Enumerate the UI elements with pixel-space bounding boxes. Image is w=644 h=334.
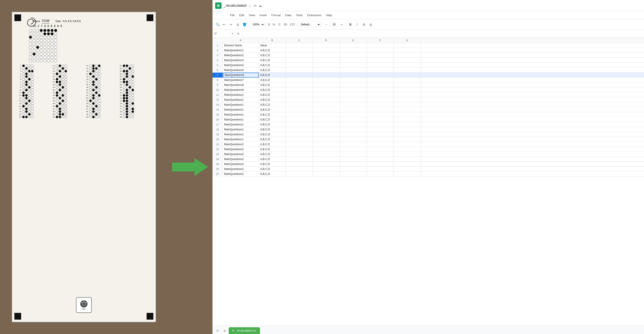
cell-c[interactable] [286, 58, 313, 63]
cell-c[interactable] [286, 97, 313, 102]
cell-f[interactable] [367, 58, 394, 63]
table-row[interactable]: 3MainQuestions2A,B,C,D [212, 53, 644, 58]
cell-g[interactable] [394, 171, 421, 176]
table-row[interactable]: 7MainQuestions6A,B,C,D [212, 73, 644, 77]
cell-e[interactable] [340, 137, 367, 142]
cell-e[interactable] [340, 73, 367, 77]
cell-b[interactable]: A,B,C,D [259, 92, 286, 97]
table-row[interactable]: 1Element NameValue [212, 43, 644, 48]
cell-a[interactable]: MainQuestions3 [223, 58, 259, 63]
cell-g[interactable] [394, 53, 421, 58]
cell-g[interactable] [394, 107, 421, 112]
table-row[interactable]: 10MainQuestions9A,B,C,D [212, 87, 644, 92]
cell-f[interactable] [367, 132, 394, 137]
cell-b[interactable]: A,B,C,D [259, 82, 286, 87]
cell-a[interactable]: MainQuestions1 [223, 117, 259, 122]
menu-edit[interactable]: Edit [238, 12, 246, 18]
cell-g[interactable] [394, 127, 421, 132]
cell-a[interactable]: MainQuestions2 [223, 171, 259, 176]
cell-a[interactable]: MainQuestions1 [223, 92, 259, 97]
cell-b[interactable]: A,B,C,D [259, 107, 286, 112]
menu-data[interactable]: Data [283, 12, 293, 18]
cell-c[interactable] [286, 152, 313, 157]
cell-c[interactable] [286, 107, 313, 112]
cell-c[interactable] [286, 167, 313, 171]
font-size-decrease[interactable]: − [323, 21, 330, 28]
cell-e[interactable] [340, 77, 367, 82]
cell-f[interactable] [367, 157, 394, 162]
font-select[interactable]: Default... [298, 22, 321, 27]
cell-g[interactable] [394, 152, 421, 157]
cell-d[interactable] [313, 97, 340, 102]
cell-a[interactable]: MainQuestions1 [223, 97, 259, 102]
cell-d[interactable] [313, 137, 340, 142]
cell-f[interactable] [367, 167, 394, 171]
cell-d[interactable] [313, 82, 340, 87]
cell-c[interactable] [286, 117, 313, 122]
cell-g[interactable] [394, 77, 421, 82]
cell-d[interactable] [313, 122, 340, 127]
cell-f[interactable] [367, 142, 394, 147]
underline-button[interactable]: A [368, 21, 374, 28]
table-row[interactable]: 22MainQuestions2A,B,C,D [212, 147, 644, 152]
cell-g[interactable] [394, 102, 421, 107]
decimal-dec-button[interactable]: .0 [277, 21, 282, 28]
cell-a[interactable]: MainQuestions4 [223, 63, 259, 68]
cell-f[interactable] [367, 82, 394, 87]
cell-g[interactable] [394, 157, 421, 162]
cell-b[interactable]: A,B,C,D [259, 97, 286, 102]
cell-g[interactable] [394, 58, 421, 63]
cell-a[interactable]: MainQuestions2 [223, 147, 259, 152]
cell-f[interactable] [367, 53, 394, 58]
cell-b[interactable]: A,B,C,D [259, 87, 286, 92]
cell-f[interactable] [367, 73, 394, 77]
cell-c[interactable] [286, 92, 313, 97]
table-row[interactable]: 11MainQuestions1A,B,C,D [212, 92, 644, 97]
cell-e[interactable] [340, 152, 367, 157]
cell-g[interactable] [394, 48, 421, 53]
menu-help[interactable]: Help [324, 12, 334, 18]
cell-g[interactable] [394, 82, 421, 87]
cell-f[interactable] [367, 162, 394, 167]
cell-b[interactable]: A,B,C,D [259, 147, 286, 152]
cell-b[interactable]: A,B,C,D [259, 152, 286, 157]
cell-d[interactable] [313, 77, 340, 82]
cell-ref-dropdown[interactable]: ▾ [230, 30, 235, 37]
cell-d[interactable] [313, 167, 340, 171]
cell-c[interactable] [286, 63, 313, 68]
cell-a[interactable]: MainQuestions1 [223, 102, 259, 107]
cell-a[interactable]: MainQuestions2 [223, 157, 259, 162]
cell-c[interactable] [286, 87, 313, 92]
cell-b[interactable]: A,B,C,D [259, 167, 286, 171]
cell-e[interactable] [340, 132, 367, 137]
cell-d[interactable] [313, 48, 340, 53]
cell-e[interactable] [340, 107, 367, 112]
cell-d[interactable] [313, 92, 340, 97]
cell-d[interactable] [313, 157, 340, 162]
font-size-increase[interactable]: + [338, 21, 345, 28]
cell-f[interactable] [367, 152, 394, 157]
table-row[interactable]: 27MainQuestions2A,B,C,D [212, 171, 644, 176]
table-row[interactable]: 16MainQuestions1A,B,C,D [212, 117, 644, 122]
table-row[interactable]: 17MainQuestions1A,B,C,D [212, 122, 644, 127]
formula-input[interactable] [242, 32, 644, 35]
cell-b[interactable]: A,B,C,D [259, 127, 286, 132]
cloud-icon[interactable]: ☁ [259, 4, 262, 7]
table-row[interactable]: 26MainQuestions2A,B,C,D [212, 167, 644, 171]
cell-d[interactable] [313, 43, 340, 48]
cell-f[interactable] [367, 127, 394, 132]
table-row[interactable]: 13MainQuestions1A,B,C,D [212, 102, 644, 107]
cell-g[interactable] [394, 122, 421, 127]
cell-f[interactable] [367, 102, 394, 107]
table-row[interactable]: 25MainQuestions2A,B,C,D [212, 162, 644, 167]
table-row[interactable]: 15MainQuestions1A,B,C,D [212, 112, 644, 117]
cell-b[interactable]: A,B,C,D [259, 58, 286, 63]
search-button[interactable]: 🔍 [214, 21, 220, 28]
menu-format[interactable]: Format [270, 12, 282, 18]
cell-a[interactable]: MainQuestions1 [223, 132, 259, 137]
cell-a[interactable]: MainQuestions5 [223, 68, 259, 73]
cell-f[interactable] [367, 107, 394, 112]
table-row[interactable]: 2MainQuestions1A,B,C,D [212, 48, 644, 53]
cell-b[interactable]: A,B,C,D [259, 53, 286, 58]
folder-icon[interactable]: ⊡ [254, 4, 256, 7]
